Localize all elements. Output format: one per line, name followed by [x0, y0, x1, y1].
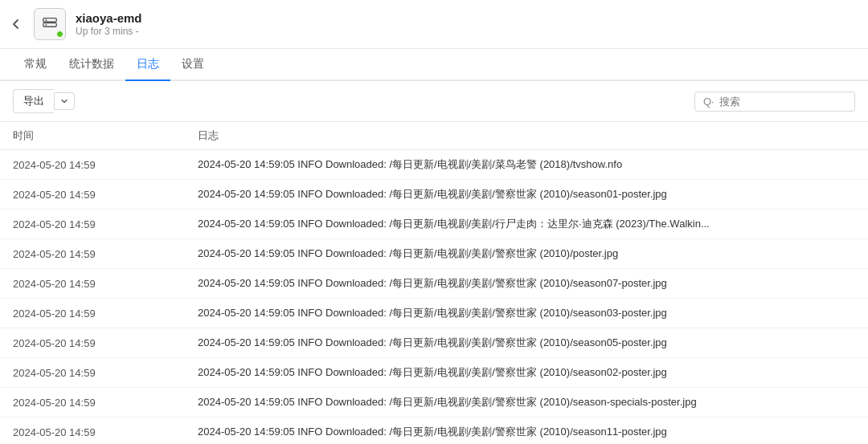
log-message: 2024-05-20 14:59:05 INFO Downloaded: /每日…	[185, 269, 868, 299]
table-row: 2024-05-20 14:592024-05-20 14:59:05 INFO…	[0, 358, 868, 388]
table-header-row: 时间 日志	[0, 122, 868, 150]
tab-settings[interactable]: 设置	[170, 49, 215, 81]
log-message: 2024-05-20 14:59:05 INFO Downloaded: /每日…	[185, 180, 868, 210]
back-button[interactable]	[6, 14, 26, 34]
table-row: 2024-05-20 14:592024-05-20 14:59:05 INFO…	[0, 418, 868, 445]
export-button[interactable]: 导出	[13, 89, 54, 113]
tab-general[interactable]: 常规	[13, 49, 58, 81]
table-row: 2024-05-20 14:592024-05-20 14:59:05 INFO…	[0, 299, 868, 328]
table-row: 2024-05-20 14:592024-05-20 14:59:05 INFO…	[0, 269, 868, 299]
export-dropdown-button[interactable]	[54, 92, 75, 110]
table-row: 2024-05-20 14:592024-05-20 14:59:05 INFO…	[0, 210, 868, 239]
log-message: 2024-05-20 14:59:05 INFO Downloaded: /每日…	[185, 299, 868, 328]
log-message: 2024-05-20 14:59:05 INFO Downloaded: /每日…	[185, 210, 868, 239]
log-time: 2024-05-20 14:59	[0, 299, 185, 328]
server-icon	[34, 8, 66, 40]
server-name: xiaoya-emd	[76, 11, 142, 25]
server-info: xiaoya-emd Up for 3 mins -	[76, 11, 142, 37]
tab-logs[interactable]: 日志	[125, 49, 170, 81]
log-time: 2024-05-20 14:59	[0, 150, 185, 180]
log-time: 2024-05-20 14:59	[0, 210, 185, 239]
search-bar[interactable]: Q·	[694, 92, 855, 112]
tab-stats[interactable]: 统计数据	[58, 49, 125, 81]
table-row: 2024-05-20 14:592024-05-20 14:59:05 INFO…	[0, 388, 868, 418]
log-message: 2024-05-20 14:59:05 INFO Downloaded: /每日…	[185, 418, 868, 445]
log-time: 2024-05-20 14:59	[0, 358, 185, 388]
log-time: 2024-05-20 14:59	[0, 269, 185, 299]
log-message: 2024-05-20 14:59:05 INFO Downloaded: /每日…	[185, 358, 868, 388]
toolbar: 导出 Q·	[0, 81, 868, 122]
log-table-container: 时间 日志 2024-05-20 14:592024-05-20 14:59:0…	[0, 122, 868, 444]
log-table: 时间 日志 2024-05-20 14:592024-05-20 14:59:0…	[0, 122, 868, 444]
log-message: 2024-05-20 14:59:05 INFO Downloaded: /每日…	[185, 150, 868, 180]
status-indicator	[56, 31, 63, 38]
server-status: Up for 3 mins -	[76, 26, 142, 37]
log-message: 2024-05-20 14:59:05 INFO Downloaded: /每日…	[185, 388, 868, 418]
toolbar-left: 导出	[13, 89, 75, 113]
table-row: 2024-05-20 14:592024-05-20 14:59:05 INFO…	[0, 150, 868, 180]
log-time: 2024-05-20 14:59	[0, 180, 185, 210]
search-icon: Q·	[703, 96, 714, 108]
tab-bar: 常规 统计数据 日志 设置	[0, 49, 868, 81]
log-time: 2024-05-20 14:59	[0, 418, 185, 445]
table-row: 2024-05-20 14:592024-05-20 14:59:05 INFO…	[0, 180, 868, 210]
log-time: 2024-05-20 14:59	[0, 388, 185, 418]
header: xiaoya-emd Up for 3 mins -	[0, 0, 868, 49]
svg-rect-1	[43, 23, 57, 27]
col-header-time: 时间	[0, 122, 185, 150]
search-input[interactable]	[719, 96, 832, 108]
export-label: 导出	[23, 94, 44, 108]
table-row: 2024-05-20 14:592024-05-20 14:59:05 INFO…	[0, 239, 868, 269]
log-time: 2024-05-20 14:59	[0, 328, 185, 358]
log-message: 2024-05-20 14:59:05 INFO Downloaded: /每日…	[185, 328, 868, 358]
table-row: 2024-05-20 14:592024-05-20 14:59:05 INFO…	[0, 328, 868, 358]
svg-rect-0	[43, 18, 57, 22]
col-header-log: 日志	[185, 122, 868, 150]
log-message: 2024-05-20 14:59:05 INFO Downloaded: /每日…	[185, 239, 868, 269]
log-time: 2024-05-20 14:59	[0, 239, 185, 269]
